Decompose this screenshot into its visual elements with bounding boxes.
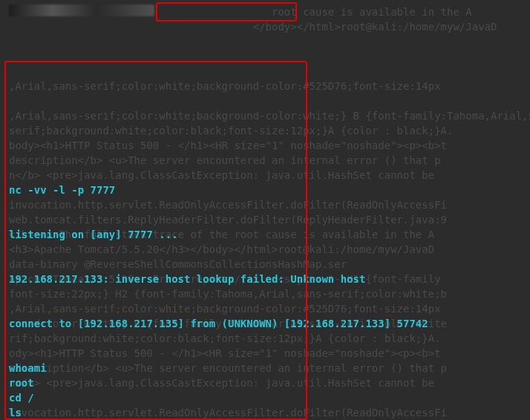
redacted-prompt-smudge: [9, 4, 154, 16]
terminal[interactable]: root cause is available in the A </body>…: [0, 0, 530, 420]
shell-output-line: root: [9, 375, 524, 390]
command-line: nc -vv -l -p 7777: [9, 183, 524, 197]
nc-listening-line: listening on [any] 7777 ...: [9, 227, 524, 242]
highlight-box-command: [156, 2, 297, 22]
nc-command: nc -vv -l -p 7777: [9, 184, 115, 196]
shell-output-line: ls: [9, 405, 524, 420]
nc-connect-line: connect to [192.168.217.135] from (UNKNO…: [9, 316, 524, 331]
shell-output-line: cd /: [9, 390, 524, 405]
terminal-output: nc -vv -l -p 7777 listening on [any] 777…: [9, 153, 524, 420]
shell-output-line: whoami: [9, 361, 524, 375]
nc-lookup-fail-line: 192.168.217.133: inverse host lookup fai…: [9, 272, 524, 286]
